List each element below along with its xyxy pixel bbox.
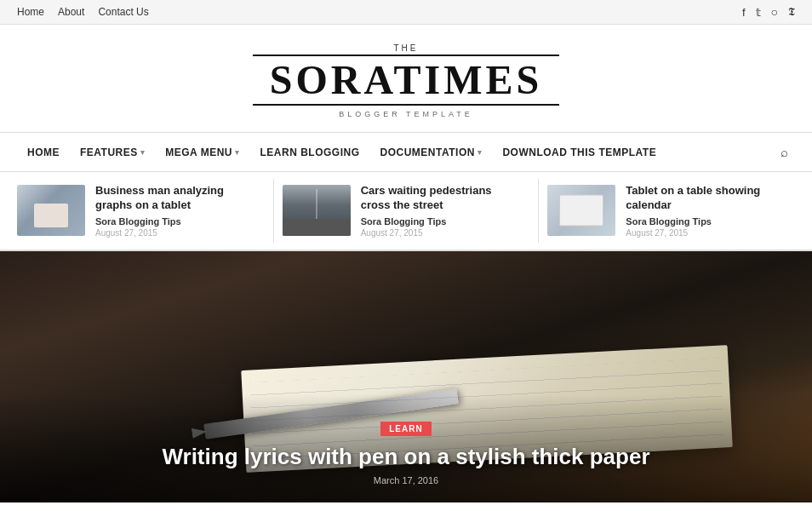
featured-thumb-2	[283, 185, 351, 236]
featured-date-2: August 27, 2015	[361, 228, 522, 238]
nav-mega-menu[interactable]: MEGA MENU ▾	[155, 135, 249, 170]
featured-date-3: August 27, 2015	[626, 228, 786, 238]
main-nav: HOME FEATURES ▾ MEGA MENU ▾ LEARN BLOGGI…	[0, 133, 812, 172]
main-nav-links: HOME FEATURES ▾ MEGA MENU ▾ LEARN BLOGGI…	[17, 135, 666, 170]
nav-home[interactable]: HOME	[17, 135, 70, 170]
the-label: THE	[17, 43, 795, 53]
featured-category-1: Sora Blogging Tips	[95, 216, 256, 227]
site-title: SORATIMES	[253, 55, 560, 106]
top-navigation: Home About Contact Us	[17, 6, 149, 18]
hero-section: LEARN Writing lyrics with pen on a styli…	[0, 251, 812, 502]
hero-tag: LEARN	[380, 422, 431, 436]
featured-category-2: Sora Blogging Tips	[361, 216, 522, 227]
top-nav-about[interactable]: About	[58, 6, 84, 18]
search-icon[interactable]: ⌕	[774, 133, 795, 171]
featured-content-1: Business man analyzing graphs on a table…	[95, 184, 256, 238]
featured-content-3: Tablet on a table showing calendar Sora …	[626, 184, 786, 238]
top-nav-home[interactable]: Home	[17, 6, 44, 18]
top-nav-contact[interactable]: Contact Us	[98, 6, 148, 18]
featured-thumb-1	[17, 185, 85, 236]
nav-documentation-label: DOCUMENTATION	[380, 146, 475, 158]
top-bar: Home About Contact Us f 𝕥 ○ 𝕿	[0, 0, 812, 25]
site-header: THE SORATIMES BLOGGER TEMPLATE	[0, 25, 812, 133]
twitter-icon[interactable]: 𝕥	[756, 6, 761, 19]
features-dropdown-arrow: ▾	[140, 148, 146, 157]
featured-thumb-3	[547, 185, 615, 236]
featured-category-3: Sora Blogging Tips	[626, 216, 786, 227]
instagram-icon[interactable]: ○	[771, 5, 778, 19]
nav-documentation[interactable]: DOCUMENTATION ▾	[370, 135, 493, 170]
pinterest-icon[interactable]: 𝕿	[788, 5, 795, 19]
featured-title-2: Cars waiting pedestrians cross the stree…	[361, 184, 522, 213]
featured-date-1: August 27, 2015	[95, 228, 256, 238]
social-icons: f 𝕥 ○ 𝕿	[742, 5, 795, 19]
documentation-dropdown-arrow: ▾	[477, 148, 483, 157]
hero-date: March 17, 2016	[17, 475, 795, 485]
nav-download-template[interactable]: DOWNLOAD THIS TEMPLATE	[492, 135, 666, 170]
nav-mega-menu-label: MEGA MENU	[165, 146, 232, 158]
hero-overlay: LEARN Writing lyrics with pen on a styli…	[0, 394, 812, 502]
nav-features-label: FEATURES	[80, 146, 138, 158]
hero-title: Writing lyrics with pen on a stylish thi…	[17, 443, 795, 472]
featured-item-1: Business man analyzing graphs on a table…	[17, 179, 274, 243]
featured-title-3: Tablet on a table showing calendar	[626, 184, 786, 213]
site-subtitle: BLOGGER TEMPLATE	[17, 110, 795, 118]
featured-content-2: Cars waiting pedestrians cross the stree…	[361, 184, 522, 238]
nav-learn-blogging[interactable]: LEARN BLOGGING	[250, 135, 370, 170]
featured-strip: Business man analyzing graphs on a table…	[0, 172, 812, 251]
featured-item-3: Tablet on a table showing calendar Sora …	[547, 179, 795, 243]
nav-features[interactable]: FEATURES ▾	[70, 135, 155, 170]
mega-menu-dropdown-arrow: ▾	[235, 148, 240, 157]
featured-title-1: Business man analyzing graphs on a table…	[95, 184, 256, 213]
featured-item-2: Cars waiting pedestrians cross the stree…	[283, 179, 540, 243]
facebook-icon[interactable]: f	[742, 6, 746, 19]
